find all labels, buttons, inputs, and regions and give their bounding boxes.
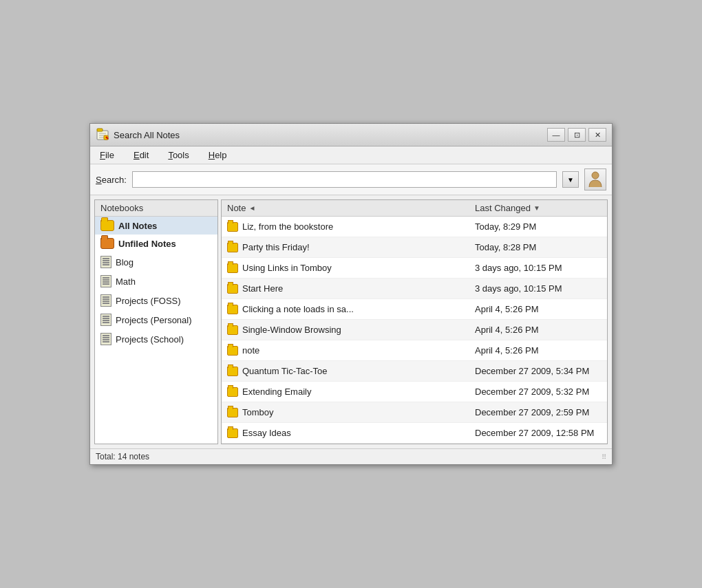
doc-icon-projects-foss xyxy=(100,294,111,307)
note-icon xyxy=(227,346,238,356)
main-window: ✎ Search All Notes — ⊡ ✕ File Edit Tools… xyxy=(89,123,613,465)
col-note-header[interactable]: Note ◄ xyxy=(222,200,469,216)
note-date-cell: December 27 2009, 2:59 PM xyxy=(469,404,607,420)
note-name-cell: Essay Ideas xyxy=(222,425,469,441)
note-name-cell: Liz, from the bookstore xyxy=(222,219,469,235)
search-person-button[interactable] xyxy=(584,168,606,190)
table-row[interactable]: Start Here 3 days ago, 10:15 PM xyxy=(222,279,607,299)
note-name-cell: Single-Window Browsing xyxy=(222,322,469,338)
note-title: Start Here xyxy=(242,283,283,294)
table-row[interactable]: Essay Ideas December 27 2009, 12:58 PM xyxy=(222,423,607,444)
note-date-cell: April 4, 5:26 PM xyxy=(469,301,607,317)
note-icon xyxy=(227,428,238,438)
note-date-cell: April 4, 5:26 PM xyxy=(469,322,607,338)
folder-orange-icon xyxy=(100,238,114,249)
notebook-label-projects-personal: Projects (Personal) xyxy=(116,315,192,325)
col-changed-header[interactable]: Last Changed ▼ xyxy=(469,200,607,216)
note-title: Extending Emaily xyxy=(242,386,311,397)
tomboy-icon: ✎ xyxy=(96,128,109,142)
notes-list: Liz, from the bookstore Today, 8:29 PM P… xyxy=(222,217,607,444)
search-dropdown-button[interactable]: ▼ xyxy=(562,171,579,188)
table-row[interactable]: Liz, from the bookstore Today, 8:29 PM xyxy=(222,217,607,237)
note-name-cell: note xyxy=(222,342,469,358)
note-date-cell: Today, 8:29 PM xyxy=(469,219,607,235)
notebook-label-blog: Blog xyxy=(116,257,134,268)
restore-button[interactable]: ⊡ xyxy=(568,128,586,142)
search-bar: Search: ▼ xyxy=(90,164,612,195)
note-date-cell: December 27 2009, 5:32 PM xyxy=(469,384,607,400)
note-name-cell: Extending Emaily xyxy=(222,384,469,400)
note-icon xyxy=(227,325,238,335)
col-changed-arrow: ▼ xyxy=(533,204,540,212)
note-title: Quantum Tic-Tac-Toe xyxy=(242,366,328,376)
title-buttons: — ⊡ ✕ xyxy=(547,128,606,142)
note-icon xyxy=(227,284,238,294)
notebook-item-projects-foss[interactable]: Projects (FOSS) xyxy=(95,291,217,310)
menu-bar: File Edit Tools Help xyxy=(90,146,612,164)
title-bar: ✎ Search All Notes — ⊡ ✕ xyxy=(90,124,612,146)
note-title: Liz, from the bookstore xyxy=(242,221,333,232)
table-row[interactable]: Quantum Tic-Tac-Toe December 27 2009, 5:… xyxy=(222,361,607,382)
note-title: note xyxy=(242,345,259,356)
notebook-label-math: Math xyxy=(116,276,136,287)
note-name-cell: Party this Friday! xyxy=(222,239,469,255)
notebook-label-all-notes: All Notes xyxy=(118,221,157,231)
note-title: Party this Friday! xyxy=(242,242,310,252)
notebook-item-projects-personal[interactable]: Projects (Personal) xyxy=(95,310,217,329)
notebook-label-projects-foss: Projects (FOSS) xyxy=(116,296,181,306)
notebooks-panel: Notebooks All Notes Unfiled Notes Blog M… xyxy=(94,199,218,444)
table-row[interactable]: Single-Window Browsing April 4, 5:26 PM xyxy=(222,320,607,340)
notebook-item-blog[interactable]: Blog xyxy=(95,252,217,272)
note-icon xyxy=(227,367,238,376)
resize-handle[interactable]: ⠿ xyxy=(602,453,606,461)
col-note-arrow: ◄ xyxy=(248,204,255,212)
notebooks-header: Notebooks xyxy=(95,200,217,217)
notebook-item-math[interactable]: Math xyxy=(95,272,217,291)
menu-edit[interactable]: Edit xyxy=(129,149,153,162)
note-icon xyxy=(227,387,238,397)
table-row[interactable]: Tomboy December 27 2009, 2:59 PM xyxy=(222,402,607,423)
note-date-cell: April 4, 5:26 PM xyxy=(469,342,607,358)
note-icon xyxy=(227,408,238,417)
menu-tools[interactable]: Tools xyxy=(164,149,193,162)
doc-icon-blog xyxy=(100,256,111,268)
folder-yellow-icon xyxy=(100,220,114,231)
note-title: Single-Window Browsing xyxy=(242,325,341,335)
note-icon xyxy=(227,305,238,314)
table-row[interactable]: Clicking a note loads in sa... April 4, … xyxy=(222,299,607,320)
minimize-button[interactable]: — xyxy=(547,128,565,142)
notebook-item-unfiled[interactable]: Unfiled Notes xyxy=(95,235,217,252)
svg-rect-1 xyxy=(97,129,103,131)
svg-text:✎: ✎ xyxy=(105,136,109,140)
table-row[interactable]: note April 4, 5:26 PM xyxy=(222,340,607,361)
doc-icon-projects-personal xyxy=(100,314,111,326)
svg-point-7 xyxy=(592,172,599,179)
notebook-item-all-notes[interactable]: All Notes xyxy=(95,217,217,235)
notebook-item-projects-school[interactable]: Projects (School) xyxy=(95,329,217,349)
note-name-cell: Quantum Tic-Tac-Toe xyxy=(222,363,469,379)
note-date-cell: December 27 2009, 12:58 PM xyxy=(469,425,607,441)
note-date-cell: 3 days ago, 10:15 PM xyxy=(469,281,607,296)
person-icon xyxy=(588,171,603,188)
search-input[interactable] xyxy=(132,171,557,188)
note-name-cell: Using Links in Tomboy xyxy=(222,260,469,276)
table-row[interactable]: Extending Emaily December 27 2009, 5:32 … xyxy=(222,382,607,402)
note-icon xyxy=(227,222,238,232)
note-name-cell: Clicking a note loads in sa... xyxy=(222,301,469,317)
doc-icon-math xyxy=(100,275,111,287)
search-label: Search: xyxy=(96,175,127,185)
doc-icon-projects-school xyxy=(100,333,111,345)
table-row[interactable]: Party this Friday! Today, 8:28 PM xyxy=(222,237,607,258)
col-changed-label: Last Changed xyxy=(475,203,531,213)
notebook-label-unfiled: Unfiled Notes xyxy=(118,239,176,249)
status-bar: Total: 14 notes ⠿ xyxy=(90,448,612,464)
menu-file[interactable]: File xyxy=(96,149,118,162)
menu-help[interactable]: Help xyxy=(204,149,231,162)
note-date-cell: December 27 2009, 5:34 PM xyxy=(469,363,607,379)
table-row[interactable]: Using Links in Tomboy 3 days ago, 10:15 … xyxy=(222,258,607,279)
close-button[interactable]: ✕ xyxy=(588,128,606,142)
col-note-label: Note xyxy=(227,203,246,213)
note-title: Clicking a note loads in sa... xyxy=(242,304,354,314)
title-bar-left: ✎ Search All Notes xyxy=(96,128,180,142)
note-name-cell: Tomboy xyxy=(222,404,469,420)
